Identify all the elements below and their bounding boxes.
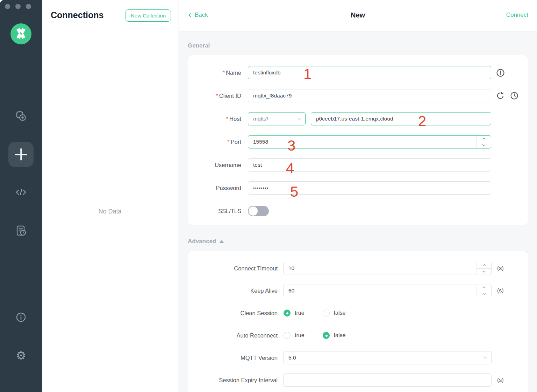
clean-session-radio-group: true false [284,310,345,317]
port-row: *Port [188,135,528,148]
collapse-triangle-icon[interactable] [219,240,224,243]
keep-alive-input[interactable] [283,284,492,297]
mqtt-version-row: MQTT Version 5.0 [188,351,528,364]
advanced-card: Connect Timeout (s) Keep Alive [188,251,528,392]
annotation-5: 5 [290,184,298,199]
seconds-unit: (s) [497,377,504,383]
mqttx-logo-icon [10,23,31,44]
ssl-tls-label: SSL/TLS [218,208,241,214]
connect-timeout-label: Connect Timeout [234,265,278,271]
required-asterisk: * [227,139,229,145]
client-id-input[interactable] [248,89,491,102]
connections-panel: Connections New Collection No Data [42,0,178,392]
username-input[interactable] [248,158,491,172]
auto-reconnect-false-radio[interactable] [323,332,330,339]
seconds-unit: (s) [497,288,504,294]
client-id-row: *Client ID [188,89,528,102]
port-input[interactable] [248,135,491,148]
username-row: Username [188,158,528,172]
name-row: *Name [188,66,528,79]
clean-session-label: Clean Session [241,310,278,316]
annotation-1: 1 [303,67,312,81]
new-connection-panel: Back New Connect General *Name [179,0,537,392]
keep-alive-stepper [477,284,491,297]
radio-label: true [295,310,305,316]
annotation-2: 2 [418,114,426,129]
radio-label: true [295,332,305,339]
clean-session-true-radio[interactable] [284,310,291,317]
connections-icon[interactable] [0,110,42,122]
maximize-window-button[interactable] [26,4,31,9]
protocol-select[interactable]: mqtt:// [248,112,306,125]
minimize-window-button[interactable] [15,4,21,9]
required-asterisk: * [226,116,228,122]
general-section-label: General [188,42,528,49]
required-asterisk: * [223,70,225,76]
required-asterisk: * [216,93,218,99]
annotation-3: 3 [287,138,295,153]
annotation-4: 4 [286,161,294,176]
plus-icon [8,142,34,167]
host-input[interactable] [311,112,491,125]
client-id-label: Client ID [219,93,241,99]
host-label: Host [229,116,241,122]
auto-reconnect-label: Auto Reconnect [237,332,278,339]
stepper-down-button[interactable] [477,142,491,148]
clean-session-row: Clean Session true false [188,306,528,320]
info-icon[interactable] [0,311,42,324]
mqtt-version-select[interactable]: 5.0 [283,351,492,364]
clean-session-false-radio[interactable] [323,310,330,317]
sidebar: ⚙ [0,0,42,392]
window-controls [5,4,31,9]
stepper-down-button[interactable] [477,291,491,297]
connect-timeout-row: Connect Timeout (s) [188,262,528,275]
connect-button[interactable]: Connect [506,12,528,19]
password-label: Password [216,185,241,191]
keep-alive-label: Keep Alive [250,288,278,294]
stepper-down-button[interactable] [477,269,491,275]
settings-gear-icon[interactable]: ⚙ [0,349,42,362]
page-title: New [179,11,537,19]
mqtt-version-label: MQTT Version [241,355,278,361]
keep-alive-row: Keep Alive (s) [188,284,528,297]
general-card: *Name *Client ID [188,55,528,225]
auto-reconnect-row: Auto Reconnect true false [188,329,528,342]
seconds-unit: (s) [497,265,504,271]
stepper-up-button[interactable] [477,136,491,142]
protocol-value: mqtt:// [253,116,268,122]
username-label: Username [215,162,241,168]
new-connection-button[interactable] [0,142,42,167]
radio-label: false [334,332,346,339]
ssl-tls-row: SSL/TLS [188,204,528,218]
radio-label: false [334,310,346,316]
session-expiry-label: Session Expiry Interval [219,377,278,383]
advanced-section-label: Advanced [188,238,528,245]
session-expiry-input[interactable] [283,373,492,387]
log-icon[interactable] [0,224,42,237]
panel-header: Back New Connect [179,0,537,31]
mqttx-app: ⚙ Connections New Collection No Data Bac… [0,0,537,392]
stepper-up-button[interactable] [477,284,491,291]
connections-title: Connections [51,10,103,20]
script-icon[interactable] [0,186,42,198]
stepper-up-button[interactable] [477,262,491,269]
form-scroll-area: General *Name [179,32,537,392]
new-collection-button[interactable]: New Collection [126,9,171,22]
name-input[interactable] [248,66,491,79]
warning-circle-icon[interactable] [496,68,505,78]
close-window-button[interactable] [5,4,10,9]
host-row: *Host mqtt:// [188,112,528,125]
history-clock-icon[interactable] [510,91,519,100]
connect-timeout-input[interactable] [283,262,492,275]
password-input[interactable] [248,181,491,195]
port-label: Port [231,139,241,145]
mqtt-version-value: 5.0 [288,355,296,361]
ssl-tls-toggle[interactable] [248,206,269,216]
port-stepper [476,136,491,148]
name-label: Name [226,70,241,76]
connect-timeout-stepper [477,262,491,275]
auto-reconnect-true-radio[interactable] [284,332,291,339]
toggle-knob [249,206,258,216]
session-expiry-row: Session Expiry Interval (s) [188,373,528,387]
refresh-icon[interactable] [496,91,505,100]
